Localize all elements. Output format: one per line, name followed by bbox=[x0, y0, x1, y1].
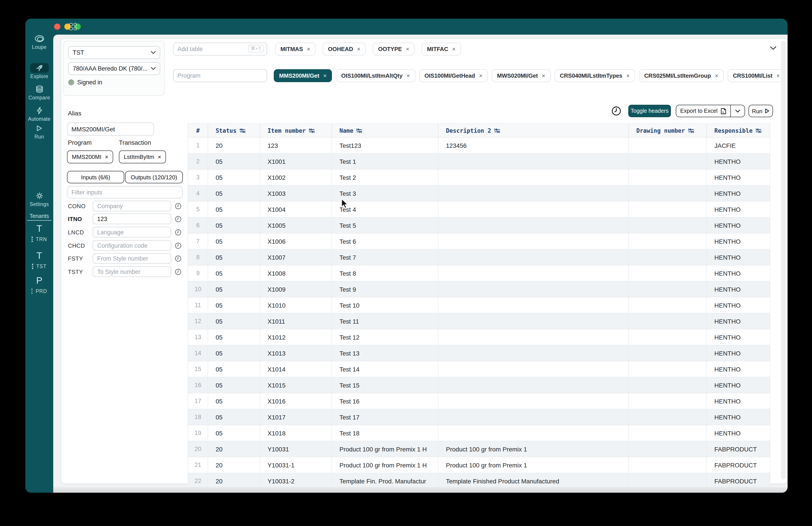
environment-select[interactable]: TST bbox=[68, 46, 160, 59]
table-chip-mitfac[interactable]: MITFAC× bbox=[422, 43, 461, 56]
app-grid-icon[interactable] bbox=[69, 23, 77, 30]
remove-icon[interactable]: × bbox=[479, 72, 482, 79]
history-clock-icon[interactable] bbox=[175, 215, 182, 222]
tenant-item-trn[interactable]: TTRN bbox=[25, 224, 53, 242]
table-row[interactable]: 1305X1012Test 12HENTHO bbox=[188, 329, 770, 345]
remove-icon[interactable]: × bbox=[307, 46, 310, 52]
remove-icon[interactable]: × bbox=[105, 154, 108, 160]
table-row[interactable]: 1805X1017Test 17HENTHO bbox=[188, 409, 770, 425]
column-header--[interactable]: # bbox=[188, 124, 208, 137]
run-button[interactable]: Run bbox=[749, 105, 773, 117]
param-input-chcd[interactable] bbox=[93, 240, 171, 251]
program-chip[interactable]: MWS020MI/Get× bbox=[492, 69, 550, 82]
filter-sort-icon[interactable] bbox=[756, 128, 762, 133]
history-clock-icon[interactable] bbox=[175, 229, 182, 236]
column-header-responsible[interactable]: Responsible bbox=[706, 124, 771, 137]
export-menu-arrow[interactable] bbox=[731, 110, 744, 113]
remove-icon[interactable]: × bbox=[715, 72, 718, 79]
sidebar-item-loupe[interactable]: Loupe bbox=[25, 34, 53, 50]
table-chip-ootype[interactable]: OOTYPE× bbox=[373, 43, 415, 56]
kebab-menu-icon[interactable] bbox=[31, 237, 33, 242]
column-header-name[interactable]: Name bbox=[332, 124, 438, 137]
remove-icon[interactable]: × bbox=[452, 46, 455, 52]
table-row[interactable]: 2020Y10031Product 100 gr from Premix 1 H… bbox=[188, 441, 770, 457]
table-row[interactable]: 205X1001Test 1HENTHO bbox=[188, 153, 770, 169]
table-row[interactable]: 2120Y10031-1Product 100 gr from Premix 1… bbox=[188, 457, 770, 473]
history-clock-icon[interactable] bbox=[175, 255, 182, 262]
program-chip[interactable]: CRS025MI/LstItemGroup× bbox=[639, 69, 724, 82]
table-chip-mitmas[interactable]: MITMAS× bbox=[275, 43, 316, 56]
remove-icon[interactable]: × bbox=[406, 72, 410, 79]
tenant-item-tst[interactable]: TTST bbox=[25, 251, 53, 269]
history-clock-icon[interactable] bbox=[175, 203, 182, 209]
table-row[interactable]: 1005X1009Test 9HENTHO bbox=[188, 281, 770, 297]
add-table-field[interactable]: ⌘+T bbox=[173, 43, 267, 56]
export-split-button[interactable]: Export to Excel x bbox=[676, 105, 745, 117]
table-row[interactable]: 1205X1011Test 11HENTHO bbox=[188, 313, 770, 329]
sidebar-item-explore[interactable]: Explore bbox=[25, 63, 53, 79]
table-row[interactable]: 1605X1015Test 15HENTHO bbox=[188, 377, 770, 393]
kebab-menu-icon[interactable] bbox=[31, 289, 33, 294]
program-search-input[interactable] bbox=[173, 69, 267, 82]
sidebar-item-compare[interactable]: Compare bbox=[25, 84, 53, 100]
transaction-chip[interactable]: LstItmByItm × bbox=[119, 151, 166, 164]
filter-sort-icon[interactable] bbox=[688, 128, 694, 133]
table-chip-oohead[interactable]: OOHEAD× bbox=[322, 43, 366, 56]
table-row[interactable]: 1705X1016Test 16HENTHO bbox=[188, 393, 770, 409]
table-row[interactable]: 705X1006Test 6HENTHO bbox=[188, 233, 770, 249]
filter-inputs-input[interactable] bbox=[67, 186, 183, 198]
filter-sort-icon[interactable] bbox=[357, 128, 362, 133]
table-row[interactable]: 1905X1018Test 18HENTHO bbox=[188, 425, 770, 441]
table-row[interactable]: 405X1003Test 3HENTHO bbox=[188, 185, 770, 201]
param-input-cono[interactable] bbox=[93, 201, 171, 211]
table-row[interactable]: 905X1008Test 8HENTHO bbox=[188, 265, 770, 281]
sidebar-item-settings[interactable]: Settings bbox=[25, 191, 53, 207]
column-header-description-2[interactable]: Description 2 bbox=[438, 124, 628, 137]
remove-icon[interactable]: × bbox=[626, 72, 629, 79]
program-chip[interactable]: OIS100MI/GetHead× bbox=[419, 69, 488, 82]
alias-input[interactable] bbox=[67, 123, 154, 136]
table-row[interactable]: 1105X1010Test 10HENTHO bbox=[188, 297, 770, 313]
history-clock-icon[interactable] bbox=[175, 242, 182, 249]
history-clock-icon[interactable] bbox=[175, 268, 182, 275]
table-row[interactable]: 120123Test123123456JACFIE bbox=[188, 137, 770, 153]
param-input-lncd[interactable] bbox=[93, 227, 171, 238]
column-header-drawing-number[interactable]: Drawing number bbox=[628, 124, 706, 137]
close-window-button[interactable] bbox=[54, 24, 60, 30]
vertical-scrollbar[interactable] bbox=[781, 41, 786, 479]
filter-sort-icon[interactable] bbox=[494, 128, 500, 133]
remove-icon[interactable]: × bbox=[357, 46, 360, 52]
program-chip[interactable]: MMS200MI/Get× bbox=[274, 69, 332, 82]
filter-sort-icon[interactable] bbox=[240, 128, 245, 133]
program-chip[interactable]: MMS200MI × bbox=[67, 151, 113, 164]
remove-icon[interactable]: × bbox=[406, 46, 409, 52]
program-chip[interactable]: CRS100MI/List× bbox=[727, 69, 785, 82]
table-row[interactable]: 1505X1014Test 14HENTHO bbox=[188, 361, 770, 377]
remove-icon[interactable]: × bbox=[323, 72, 327, 79]
remove-icon[interactable]: × bbox=[158, 154, 161, 160]
tenant-item-prd[interactable]: PPRD bbox=[25, 276, 53, 294]
table-row[interactable]: 2220Y10031-2Template Fin. Prod. Manufact… bbox=[188, 473, 770, 489]
panel-collapse-chevron-icon[interactable] bbox=[770, 46, 777, 50]
inputs-tab-button[interactable]: Inputs (6/6) bbox=[67, 171, 124, 183]
remove-icon[interactable]: × bbox=[776, 72, 780, 79]
column-header-item-number[interactable]: Item number bbox=[260, 124, 332, 137]
toggle-headers-button[interactable]: Toggle headers bbox=[628, 105, 671, 117]
sidebar-item-automate[interactable]: Automate bbox=[25, 106, 53, 122]
outputs-tab-button[interactable]: Outputs (120/120) bbox=[125, 171, 183, 183]
param-input-fsty[interactable] bbox=[93, 253, 171, 264]
kebab-menu-icon[interactable] bbox=[32, 264, 33, 269]
column-header-status[interactable]: Status bbox=[208, 124, 260, 137]
program-chip[interactable]: OIS100MI/LstItmAltQty× bbox=[336, 69, 415, 82]
remove-icon[interactable]: × bbox=[542, 72, 545, 79]
table-row[interactable]: 805X1007Test 7HENTHO bbox=[188, 249, 770, 265]
program-chip[interactable]: CRS040MI/LstItmTypes× bbox=[554, 69, 635, 82]
param-input-itno[interactable] bbox=[93, 214, 171, 224]
export-main[interactable]: Export to Excel x bbox=[676, 108, 730, 114]
sidebar-item-run[interactable]: Run bbox=[25, 124, 53, 139]
table-row[interactable]: 1405X1013Test 13HENTHO bbox=[188, 345, 770, 361]
history-clock-icon[interactable] bbox=[611, 106, 621, 116]
table-row[interactable]: 505X1004Test 4HENTHO bbox=[188, 201, 770, 217]
table-row[interactable]: 605X1005Test 5HENTHO bbox=[188, 217, 770, 233]
param-input-tsty[interactable] bbox=[93, 266, 171, 277]
